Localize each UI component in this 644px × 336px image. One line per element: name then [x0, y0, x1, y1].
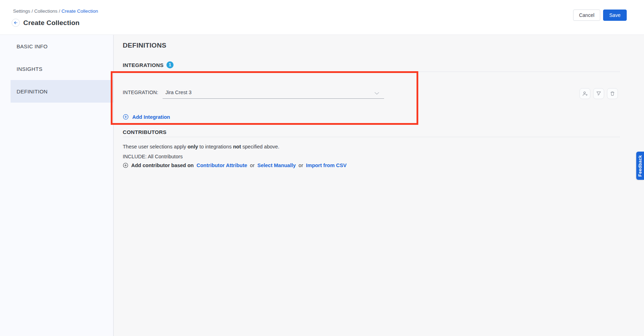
add-contributor-to-integration-button[interactable] — [579, 88, 590, 99]
note-text: specified above. — [241, 144, 279, 149]
breadcrumb-trail[interactable]: Settings / Collections / — [13, 8, 60, 14]
integration-row: INTEGRATION: Jira Crest 3 — [123, 87, 384, 99]
integration-field-label: INTEGRATION: — [123, 90, 158, 99]
main-content: DEFINITIONS INTEGRATIONS 1 INTEGRATION: … — [114, 35, 644, 336]
sidebar-item-definition[interactable]: DEFINITION — [11, 80, 113, 103]
or-text: or — [299, 163, 303, 168]
note-bold-only: only — [188, 144, 198, 149]
sidebar-item-insights[interactable]: INSIGHTS — [11, 57, 113, 80]
add-integration-link[interactable]: Add Integration — [123, 114, 170, 120]
select-manually-link[interactable]: Select Manually — [257, 163, 296, 168]
add-integration-label: Add Integration — [132, 114, 170, 120]
create-collection-page: Settings / Collections / Create Collecti… — [0, 0, 644, 336]
integrations-section-heading: INTEGRATIONS 1 — [123, 61, 174, 68]
or-text: or — [250, 163, 255, 168]
filter-icon — [596, 91, 601, 96]
page-header: Settings / Collections / Create Collecti… — [0, 0, 644, 35]
integrations-divider — [123, 72, 620, 72]
plus-circle-icon[interactable] — [123, 163, 128, 168]
back-button[interactable] — [12, 19, 20, 27]
note-text: to integrations — [198, 144, 233, 149]
save-button[interactable]: Save — [603, 10, 627, 21]
add-contributor-prefix: Add contributor based on — [131, 163, 194, 168]
contributor-attribute-link[interactable]: Contributor Attribute — [196, 163, 247, 168]
integration-select[interactable]: Jira Crest 3 — [163, 87, 384, 99]
integrations-count-badge: 1 — [166, 61, 174, 68]
plus-circle-icon — [123, 114, 129, 120]
integrations-label: INTEGRATIONS — [123, 62, 164, 68]
filter-integration-button[interactable] — [593, 88, 604, 99]
user-add-icon — [582, 91, 588, 97]
chevron-down-icon — [375, 92, 379, 95]
delete-integration-button[interactable] — [607, 88, 618, 99]
breadcrumb: Settings / Collections / Create Collecti… — [13, 8, 98, 14]
breadcrumb-current[interactable]: Create Collection — [61, 8, 98, 14]
contributors-note: These user selections apply only to inte… — [123, 144, 279, 149]
trash-icon — [610, 91, 615, 96]
integration-select-value: Jira Crest 3 — [165, 90, 192, 95]
definitions-heading: DEFINITIONS — [123, 42, 166, 49]
import-from-csv-link[interactable]: Import from CSV — [306, 163, 346, 168]
sidebar-item-basic-info[interactable]: BASIC INFO — [11, 35, 113, 57]
note-text: These user selections apply — [123, 144, 188, 149]
add-contributor-row: Add contributor based on Contributor Att… — [123, 163, 347, 168]
feedback-tab[interactable]: Feedback — [636, 152, 644, 180]
contributors-heading: CONTRIBUTORS — [123, 129, 166, 135]
arrow-left-icon — [13, 20, 18, 25]
integration-row-actions — [579, 88, 618, 99]
include-all-contributors-line: INCLUDE: All Contributors — [123, 154, 183, 159]
feedback-tab-label: Feedback — [638, 155, 643, 177]
cancel-button[interactable]: Cancel — [573, 10, 600, 21]
settings-sidebar: BASIC INFO INSIGHTS DEFINITION — [0, 35, 114, 336]
contributors-divider — [123, 137, 620, 137]
page-title: Create Collection — [23, 19, 80, 27]
note-bold-not: not — [233, 144, 241, 149]
